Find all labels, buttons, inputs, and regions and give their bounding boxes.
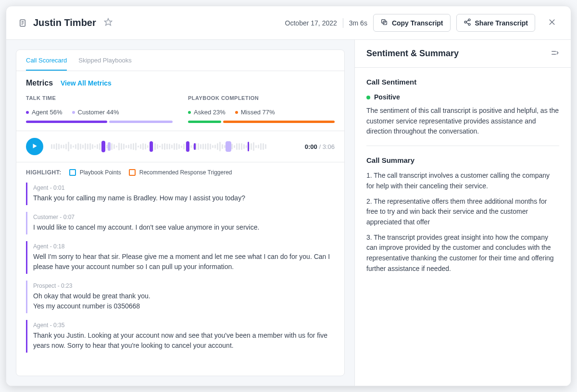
svg-line-10 — [466, 20, 468, 22]
highlight-playbook-checkbox[interactable]: Playbook Points — [69, 169, 121, 176]
transcript-entry: Agent - 0:01Thank you for calling my nam… — [26, 183, 335, 205]
metric-talk-time: TALK TIME Agent 56% Customer 44% — [26, 95, 173, 123]
playbook-bar — [188, 121, 335, 123]
current-time: 0:00 — [305, 143, 317, 150]
summary-list: 1. The call transcript involves a custom… — [366, 171, 559, 274]
copy-icon — [380, 18, 388, 27]
svg-line-11 — [466, 23, 468, 24]
checkbox-icon — [129, 169, 136, 176]
metrics-grid: TALK TIME Agent 56% Customer 44% PLAYBOO… — [16, 91, 344, 131]
highlight-row: HIGHLIGHT: Playbook Points Recommended R… — [16, 162, 344, 183]
collapse-icon — [551, 51, 559, 59]
sidebar-header: Sentiment & Summary — [355, 40, 571, 68]
waveform-markers — [51, 140, 297, 153]
entry-text: I would like to cancel my account. I don… — [33, 222, 335, 233]
copy-label: Copy Transcript — [392, 19, 443, 27]
favorite-button[interactable] — [102, 16, 114, 30]
legend-agent: Agent 56% — [26, 109, 63, 116]
marker-agent — [194, 143, 196, 150]
close-icon — [548, 21, 556, 28]
checkbox-icon — [69, 169, 76, 176]
legend-customer: Customer 44% — [72, 109, 119, 116]
summary-title: Call Summary — [366, 155, 559, 166]
marker-agent — [186, 141, 189, 152]
metric-playbook: PLAYBOOK COMPLETION Asked 23% Missed 77% — [188, 95, 335, 123]
metrics-heading: Metrics — [26, 79, 53, 87]
entry-text: Well I'm sorry to hear that sir. Please … — [33, 252, 335, 272]
view-all-metrics-button[interactable]: View All Metrics — [61, 79, 112, 87]
dot-icon — [72, 111, 75, 114]
call-detail-window: Justin Timber October 17, 2022 3m 6s Cop… — [6, 6, 571, 386]
header: Justin Timber October 17, 2022 3m 6s Cop… — [6, 6, 571, 40]
highlight-response-checkbox[interactable]: Recommended Response Triggered — [129, 169, 232, 176]
divider — [366, 146, 559, 146]
transcript-list[interactable]: Agent - 0:01Thank you for calling my nam… — [16, 183, 344, 376]
sentiment-title: Call Sentiment — [366, 76, 559, 87]
sidebar-body: Call Sentiment Positive The sentiment of… — [355, 68, 571, 287]
sidebar-heading: Sentiment & Summary — [366, 49, 459, 59]
marker-agent — [101, 141, 105, 152]
divider — [343, 18, 343, 28]
share-transcript-button[interactable]: Share Transcript — [456, 14, 536, 32]
tab-skipped-playbooks[interactable]: Skipped Playbooks — [78, 57, 132, 71]
call-duration: 3m 6s — [349, 19, 367, 27]
dot-icon — [188, 111, 191, 114]
copy-transcript-button[interactable]: Copy Transcript — [373, 14, 451, 32]
header-right: October 17, 2022 3m 6s Copy Transcript S… — [285, 14, 559, 32]
collapse-sidebar-button[interactable] — [551, 49, 559, 59]
bar-asked — [188, 121, 221, 123]
legend-asked: Asked 23% — [188, 109, 226, 116]
transcript-entry: Agent - 0:35Thank you Justin. Looking at… — [26, 320, 335, 353]
entry-text: Thank you for calling my name is Bradley… — [33, 193, 335, 203]
share-icon — [464, 18, 471, 27]
talk-time-label: TALK TIME — [26, 95, 173, 101]
marker-agent — [248, 142, 249, 151]
play-button[interactable] — [26, 138, 43, 155]
dot-icon — [26, 111, 29, 114]
dot-icon — [235, 111, 238, 114]
highlight-label: HIGHLIGHT: — [26, 169, 62, 176]
svg-marker-4 — [104, 19, 112, 25]
svg-marker-14 — [33, 144, 37, 148]
sentiment-dot-icon — [366, 96, 370, 99]
svg-point-9 — [468, 24, 470, 25]
svg-point-8 — [464, 21, 466, 23]
entry-meta: Prospect - 0:23 — [33, 282, 335, 289]
share-label: Share Transcript — [475, 19, 528, 27]
close-button[interactable] — [545, 15, 559, 31]
marker-customer — [108, 142, 111, 151]
left-column: Call Scorecard Skipped Playbooks Metrics… — [6, 40, 354, 386]
right-column: Sentiment & Summary Call Sentiment Posit… — [354, 40, 571, 386]
transcript-entry: Agent - 0:18Well I'm sorry to hear that … — [26, 241, 335, 274]
bar-agent — [26, 121, 107, 123]
transcript-entry: Prospect - 0:23Oh okay that would be gre… — [26, 281, 335, 313]
talk-time-legend: Agent 56% Customer 44% — [26, 109, 173, 116]
waveform[interactable] — [51, 140, 297, 153]
scorecard-card: Call Scorecard Skipped Playbooks Metrics… — [16, 49, 345, 376]
header-left: Justin Timber — [18, 16, 114, 30]
audio-player: 0:00 / 3:06 — [16, 131, 344, 162]
transcript-entry: Customer - 0:07I would like to cancel my… — [26, 212, 335, 234]
summary-item: 2. The representative offers them three … — [366, 196, 559, 228]
body: Call Scorecard Skipped Playbooks Metrics… — [6, 40, 571, 386]
marker-agent — [150, 141, 153, 152]
entry-meta: Agent - 0:01 — [33, 184, 335, 191]
bar-customer — [109, 121, 173, 123]
entry-text: Thank you Justin. Looking at your accoun… — [33, 331, 335, 351]
entry-meta: Agent - 0:35 — [33, 322, 335, 329]
sentiment-text: The sentiment of this call transcript is… — [366, 106, 559, 137]
svg-point-7 — [468, 19, 470, 21]
legend-missed: Missed 77% — [235, 109, 275, 116]
metrics-header: Metrics View All Metrics — [16, 71, 344, 91]
summary-item: 1. The call transcript involves a custom… — [366, 171, 559, 191]
tab-call-scorecard[interactable]: Call Scorecard — [26, 57, 67, 71]
tabs: Call Scorecard Skipped Playbooks — [16, 50, 344, 71]
summary-item: 3. The transcript provides great insight… — [366, 233, 559, 274]
bar-missed — [223, 121, 335, 123]
talk-time-bar — [26, 121, 173, 123]
entry-text: Oh okay that would be great thank you. Y… — [33, 291, 335, 311]
call-date: October 17, 2022 — [285, 19, 337, 27]
page-title: Justin Timber — [33, 17, 96, 28]
marker-customer — [226, 141, 231, 152]
total-time: 3:06 — [323, 143, 335, 150]
